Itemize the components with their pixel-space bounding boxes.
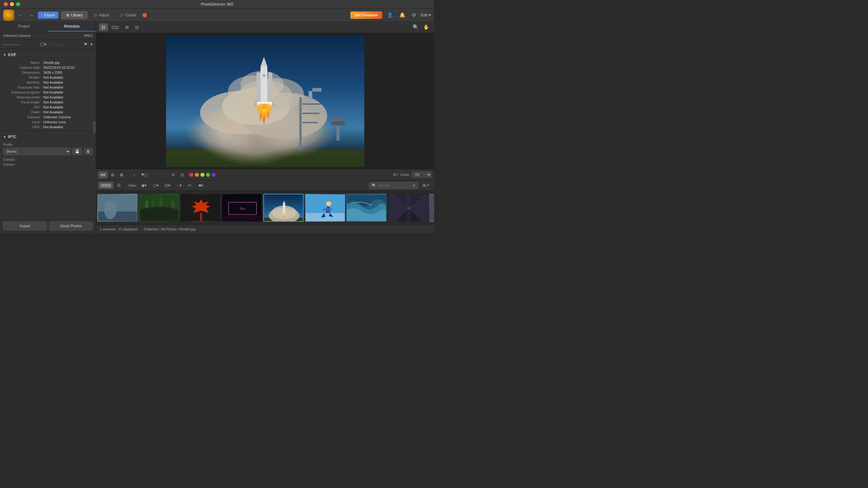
project-tab[interactable]: Project xyxy=(0,22,48,32)
panel-collapse-handle[interactable]: ‹ xyxy=(93,122,96,133)
thumbnail-1[interactable] xyxy=(97,194,137,222)
exif-value: Not Available xyxy=(43,95,63,99)
checkbox-icon[interactable]: ☐▾ xyxy=(40,42,46,47)
exif-row: Focal length :Not Available xyxy=(3,100,93,105)
yellow-filter-dot[interactable] xyxy=(200,173,205,177)
export-button[interactable]: ↑ Export xyxy=(38,11,59,19)
exif-label: Name : xyxy=(3,61,43,64)
face-filter-btn[interactable]: ◉▾ xyxy=(139,182,149,189)
thumbnail-6[interactable] xyxy=(305,194,345,222)
settings-icon-button[interactable]: ⚙ xyxy=(410,11,417,19)
redo-button[interactable]: → xyxy=(27,12,35,19)
dual-view-button[interactable]: ⊡⊡ xyxy=(109,24,121,31)
close-button[interactable] xyxy=(4,2,8,6)
svg-rect-36 xyxy=(98,194,137,212)
rotate-btn[interactable]: ↕ xyxy=(131,171,137,178)
library-tab[interactable]: ⊞ Library xyxy=(61,11,88,19)
orange-filter-dot[interactable] xyxy=(195,173,199,177)
exif-row: GPS :Not Available xyxy=(3,125,93,129)
iptc-section-header[interactable]: ▼ IPTC xyxy=(0,133,96,141)
statusbar: 1 selected - 11 displayed Collection / A… xyxy=(96,225,434,233)
hand-tool-button[interactable]: ✋ xyxy=(422,24,431,31)
all-photos-view-btn[interactable]: ⊡⊡⊡ xyxy=(98,182,113,189)
compare-view-button[interactable]: ⊟ xyxy=(132,24,141,31)
zoom-select[interactable]: Fit 25% 50% 100% 200% xyxy=(412,171,432,178)
profile-row: [None] 💾 🗑 xyxy=(3,148,93,155)
flag-filter-btn[interactable]: ⚑◻ xyxy=(139,171,150,178)
mode-tabs: ⊞ Library ⊙ Adjust ▷ Create xyxy=(61,10,147,21)
metadata-tab[interactable]: Metadata xyxy=(48,22,96,32)
green-filter-dot[interactable] xyxy=(206,173,210,177)
export-label: Export xyxy=(44,13,55,17)
format-badge: JPEG xyxy=(84,34,93,37)
search-external-button[interactable]: ⊞↗ xyxy=(421,182,432,189)
thumbnail-7[interactable] xyxy=(346,194,386,222)
svg-rect-25 xyxy=(331,121,345,125)
tag-icon: ⊡▾ xyxy=(165,183,170,188)
filmstrip-view-btn[interactable]: ≡≡ xyxy=(98,171,107,178)
grid-view-button[interactable]: ⊞ xyxy=(123,24,131,31)
thumbnail-3[interactable] xyxy=(180,194,221,222)
star-icon[interactable]: ✦ xyxy=(90,42,93,47)
color-filter-btn[interactable]: ■▾ xyxy=(196,182,206,189)
undo-button[interactable]: ← xyxy=(17,12,25,19)
exif-row: Metering mode :Not Available xyxy=(3,95,93,100)
list-view-btn[interactable]: ☰ xyxy=(115,182,123,189)
stock-photos-button[interactable]: Stock Photos xyxy=(49,222,93,230)
user-icon-button[interactable]: 👤 xyxy=(385,11,395,19)
selected-info: 1 selected - 11 displayed xyxy=(100,227,137,231)
notification-icon-button[interactable]: 🔔 xyxy=(398,11,407,19)
exif-row: Lens :Unknown Lens xyxy=(3,120,93,125)
grid-large-btn[interactable]: ⊠ xyxy=(118,171,125,178)
adjust-tab[interactable]: ⊙ Adjust xyxy=(89,11,114,19)
maximize-button[interactable] xyxy=(16,2,20,6)
search-icon: 🔍 xyxy=(372,183,376,188)
refresh-btn[interactable]: ↻ xyxy=(169,171,177,178)
red-filter-dot[interactable] xyxy=(189,173,193,177)
create-tab[interactable]: ▷ Create xyxy=(116,11,141,19)
search-view-button[interactable]: 🔍 xyxy=(411,24,421,31)
exif-row: Camera :Unknown Camera xyxy=(3,115,93,120)
exif-section-header[interactable]: ▼ EXIF xyxy=(0,51,96,59)
exif-label: Exposure bias : xyxy=(3,86,43,89)
search-clear-button[interactable]: ✕ xyxy=(413,183,416,188)
filmstrip: foo xyxy=(96,191,434,225)
flag-icon[interactable]: ⚑ xyxy=(84,42,88,47)
creator-row: Creator : xyxy=(3,163,93,166)
thumbnail-5-shuttle[interactable] xyxy=(263,194,304,222)
get-premium-button[interactable]: Get Premium xyxy=(350,11,382,19)
left-panel: Project Metadata Unknown Camera JPEG – –… xyxy=(0,22,96,233)
svg-rect-26 xyxy=(260,66,267,103)
sort-filter-btn[interactable]: ≡↑ xyxy=(186,182,194,189)
svg-rect-49 xyxy=(222,216,262,222)
library-icon: ⊞ xyxy=(66,13,69,17)
edit-dropdown[interactable]: Edit ▾ xyxy=(421,13,431,17)
minimize-button[interactable] xyxy=(10,2,14,6)
crop-btn[interactable]: ⊡ xyxy=(179,171,186,178)
import-button[interactable]: Import xyxy=(3,222,47,230)
exif-label: Flash : xyxy=(3,110,43,114)
adjust-icon: ⊙ xyxy=(94,13,97,17)
thumbnail-9[interactable] xyxy=(429,194,434,222)
exif-row: Name :Shuttle.jpg xyxy=(3,60,93,65)
delete-profile-button[interactable]: 🗑 xyxy=(84,148,93,155)
window-controls xyxy=(4,2,20,6)
thumbnail-8[interactable] xyxy=(388,194,428,222)
sort-icon[interactable]: ≡↑ xyxy=(393,172,398,177)
exif-value: Not Available xyxy=(43,125,63,129)
more-filter-btn[interactable]: ···▾ xyxy=(175,182,184,189)
svg-rect-19 xyxy=(302,113,319,114)
thumbnail-2[interactable] xyxy=(139,194,179,222)
profile-select[interactable]: [None] xyxy=(3,148,71,155)
tag-filter-btn[interactable]: ⊡▾ xyxy=(163,182,173,189)
save-profile-button[interactable]: 💾 xyxy=(72,148,82,155)
single-view-button[interactable]: ⊡ xyxy=(99,24,108,31)
exif-label: Focal length : xyxy=(3,100,43,104)
search-input[interactable] xyxy=(378,183,411,188)
purple-filter-dot[interactable] xyxy=(212,173,216,177)
rating-dashes[interactable]: – – – – – xyxy=(2,42,20,47)
thumbnail-4[interactable]: foo xyxy=(222,194,262,222)
exif-label: ISO : xyxy=(3,105,43,109)
shape-filter-btn[interactable]: ◻▾ xyxy=(151,182,161,189)
grid-small-btn[interactable]: ⊞ xyxy=(109,171,117,178)
